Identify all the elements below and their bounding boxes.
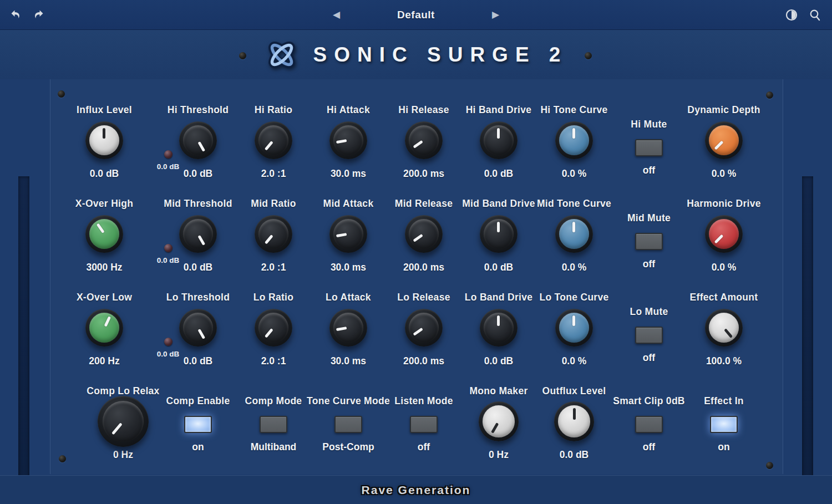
listen-mode-button[interactable] xyxy=(410,416,438,433)
lo-band-drive-knob[interactable] xyxy=(480,309,518,347)
listen-mode-value: off xyxy=(418,441,430,453)
mid-band-drive-knob[interactable] xyxy=(480,215,518,253)
hi-ratio-value: 2.0 :1 xyxy=(261,168,286,180)
effect-amount-value: 100.0 % xyxy=(706,355,742,367)
hi-attack-knob[interactable] xyxy=(329,121,367,159)
tone-curve-mode-button[interactable] xyxy=(334,416,362,433)
control-surface: Influx Level0.0 dBHi Threshold0.0 dB0.0 … xyxy=(0,79,832,475)
hi-tone-curve-knob[interactable] xyxy=(555,121,593,159)
atom-logo-icon xyxy=(265,38,299,72)
hi-mute-button[interactable] xyxy=(635,139,663,156)
mid-attack-label: Mid Attack xyxy=(323,196,374,211)
redo-icon[interactable] xyxy=(31,8,45,22)
hi-band-drive-knob[interactable] xyxy=(480,121,518,159)
outflux-level-knob[interactable] xyxy=(554,401,594,441)
mid-tone-curve-knob[interactable] xyxy=(555,215,593,253)
mid-mute-button[interactable] xyxy=(635,233,663,250)
comp-lo-relax-knob[interactable] xyxy=(98,396,149,447)
preset-prev-icon[interactable]: ◀ xyxy=(333,10,340,19)
effect-in-cell: Effect Inon xyxy=(677,384,771,481)
lo-release-value: 200.0 ms xyxy=(403,355,444,367)
hi-mute-value: off xyxy=(643,165,655,176)
smart-clip-0db-button[interactable] xyxy=(635,416,663,433)
lo-mute-value: off xyxy=(643,352,655,364)
hi-attack-value: 30.0 ms xyxy=(331,168,366,180)
harmonic-drive-cell: Harmonic Drive0.0 % xyxy=(677,196,771,284)
hi-attack-label: Hi Attack xyxy=(327,103,370,117)
screw-icon xyxy=(766,91,773,99)
lo-ratio-label: Lo Ratio xyxy=(253,290,293,304)
gain-reduction-value: 0.0 dB xyxy=(152,162,184,171)
dynamic-depth-cell: Dynamic Depth0.0 % xyxy=(677,103,771,190)
gain-reduction-led-icon xyxy=(164,150,173,159)
hi-threshold-knob[interactable] xyxy=(179,121,217,159)
lo-release-knob[interactable] xyxy=(405,309,443,347)
gain-reduction-indicator: 0.0 dB xyxy=(152,338,184,358)
preset-name[interactable]: Default xyxy=(397,9,435,21)
magnifier-icon[interactable] xyxy=(808,8,822,22)
hi-band-drive-label: Hi Band Drive xyxy=(466,103,532,117)
gain-reduction-value: 0.0 dB xyxy=(152,350,184,358)
lo-attack-knob[interactable] xyxy=(329,309,367,347)
hi-release-label: Hi Release xyxy=(398,103,449,117)
mid-attack-knob[interactable] xyxy=(329,215,367,253)
mid-ratio-knob[interactable] xyxy=(255,215,292,253)
listen-mode-label: Listen Mode xyxy=(394,394,453,408)
mid-threshold-label: Mid Threshold xyxy=(164,196,232,211)
effect-in-button[interactable] xyxy=(710,416,738,433)
hi-release-knob[interactable] xyxy=(405,121,443,159)
influx-level-cell: Influx Level0.0 dB xyxy=(57,103,151,190)
influx-level-knob[interactable] xyxy=(85,121,123,159)
lo-mute-label: Lo Mute xyxy=(630,304,668,319)
plugin-title: SONIC SURGE 2 xyxy=(313,43,568,67)
mid-ratio-value: 2.0 :1 xyxy=(261,262,286,273)
lo-threshold-label: Lo Threshold xyxy=(166,290,230,304)
outflux-level-label: Outflux Level xyxy=(542,384,606,398)
lo-mute-button[interactable] xyxy=(635,327,663,344)
effect-amount-cell: Effect Amount100.0 % xyxy=(677,290,771,378)
hi-mute-label: Hi Mute xyxy=(631,117,667,131)
lo-attack-label: Lo Attack xyxy=(326,290,371,304)
lo-tone-curve-knob[interactable] xyxy=(555,309,593,347)
undo-icon[interactable] xyxy=(9,8,23,22)
lo-threshold-value: 0.0 dB xyxy=(184,355,213,367)
mid-release-value: 200.0 ms xyxy=(403,262,444,273)
dynamic-depth-label: Dynamic Depth xyxy=(687,103,760,117)
comp-enable-label: Comp Enable xyxy=(166,394,230,408)
comp-mode-label: Comp Mode xyxy=(245,394,302,408)
comp-mode-value: Multiband xyxy=(251,441,297,453)
lo-attack-value: 30.0 ms xyxy=(331,355,366,367)
mid-tone-curve-value: 0.0 % xyxy=(562,262,587,273)
gain-reduction-value: 0.0 dB xyxy=(152,256,184,264)
gain-reduction-indicator: 0.0 dB xyxy=(152,244,184,264)
mono-maker-knob[interactable] xyxy=(479,401,519,441)
x-over-low-knob[interactable] xyxy=(85,309,123,347)
lo-release-label: Lo Release xyxy=(397,290,450,304)
comp-mode-button[interactable] xyxy=(260,416,287,433)
dynamic-depth-knob[interactable] xyxy=(705,121,743,159)
gain-reduction-indicator: 0.0 dB xyxy=(152,150,184,171)
comp-enable-button[interactable] xyxy=(184,416,212,433)
plugin-window: ◀ Default ▶ xyxy=(0,0,832,504)
lo-ratio-knob[interactable] xyxy=(255,309,292,347)
hi-tone-curve-label: Hi Tone Curve xyxy=(540,103,607,117)
lo-tone-curve-label: Lo Tone Curve xyxy=(539,290,608,304)
lo-ratio-value: 2.0 :1 xyxy=(261,355,286,367)
mid-threshold-knob[interactable] xyxy=(179,215,217,253)
preset-next-icon[interactable]: ▶ xyxy=(492,10,499,19)
mono-maker-value: 0 Hz xyxy=(489,449,509,461)
x-over-high-knob[interactable] xyxy=(85,215,123,253)
contrast-icon[interactable] xyxy=(784,8,799,22)
harmonic-drive-knob[interactable] xyxy=(705,215,743,253)
hi-ratio-knob[interactable] xyxy=(255,121,292,159)
hi-tone-curve-value: 0.0 % xyxy=(562,168,587,180)
effect-amount-knob[interactable] xyxy=(705,309,743,347)
lo-tone-curve-value: 0.0 % xyxy=(562,355,587,367)
screw-icon xyxy=(58,90,65,98)
footer-band: Rave Generation xyxy=(0,475,832,504)
x-over-low-value: 200 Hz xyxy=(89,355,119,367)
mono-maker-label: Mono Maker xyxy=(469,384,527,398)
lo-threshold-knob[interactable] xyxy=(179,309,217,347)
tone-curve-mode-value: Post-Comp xyxy=(322,441,374,453)
mid-release-knob[interactable] xyxy=(405,215,443,253)
